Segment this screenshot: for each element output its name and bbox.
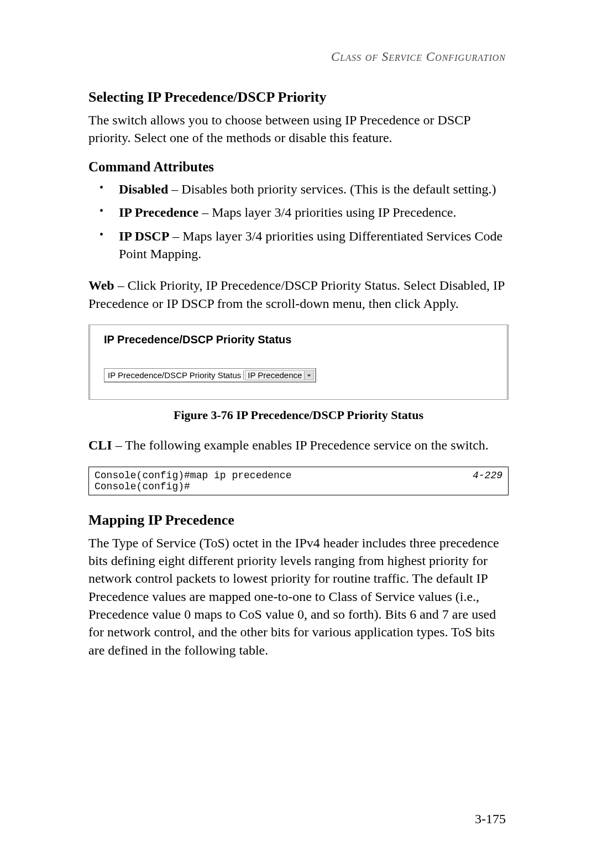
figure-screenshot: IP Precedence/DSCP Priority Status IP Pr…	[88, 325, 509, 400]
cli-reference: 4-229	[473, 470, 502, 492]
attr-term: IP Precedence	[119, 205, 198, 219]
attr-term: IP DSCP	[119, 229, 169, 243]
list-item: IP DSCP – Maps layer 3/4 priorities usin…	[88, 227, 509, 263]
command-attributes-heading: Command Attributes	[88, 159, 509, 175]
web-lead: Web	[88, 278, 114, 292]
section-title-mapping: Mapping IP Precedence	[88, 512, 509, 529]
dropdown-arrow-icon[interactable]	[304, 371, 313, 380]
list-item: IP Precedence – Maps layer 3/4 prioritie…	[88, 203, 509, 221]
section-title-selecting: Selecting IP Precedence/DSCP Priority	[88, 89, 509, 106]
page-number: 3-175	[475, 812, 506, 827]
select-value: IP Precedence	[245, 370, 304, 380]
figure-caption: Figure 3-76 IP Precedence/DSCP Priority …	[88, 408, 509, 422]
attr-desc: – Maps layer 3/4 priorities using IP Pre…	[198, 205, 456, 219]
command-attributes-list: Disabled – Disables both priority servic…	[88, 180, 509, 263]
web-desc: – Click Priority, IP Precedence/DSCP Pri…	[88, 278, 504, 310]
panel-title: IP Precedence/DSCP Priority Status	[104, 333, 493, 346]
section-intro: The switch allows you to choose between …	[88, 111, 509, 147]
cli-example: Console(config)#map ip precedence Consol…	[88, 467, 509, 495]
attr-desc: – Disables both priority services. (This…	[168, 182, 496, 196]
svg-marker-0	[307, 374, 311, 377]
list-item: Disabled – Disables both priority servic…	[88, 180, 509, 198]
attr-desc: – Maps layer 3/4 priorities using Differ…	[119, 229, 502, 261]
cli-desc: – The following example enables IP Prece…	[112, 438, 489, 452]
attr-term: Disabled	[119, 182, 168, 196]
form-label: IP Precedence/DSCP Priority Status	[106, 370, 244, 380]
running-header: Class of Service Configuration	[88, 50, 509, 64]
form-row: IP Precedence/DSCP Priority Status IP Pr…	[104, 368, 316, 383]
section-body-mapping: The Type of Service (ToS) octet in the I…	[88, 534, 509, 660]
cli-instructions: CLI – The following example enables IP P…	[88, 436, 509, 454]
cli-lead: CLI	[88, 438, 112, 452]
web-instructions: Web – Click Priority, IP Precedence/DSCP…	[88, 276, 509, 312]
cli-lines: Console(config)#map ip precedence Consol…	[95, 470, 291, 492]
priority-status-select[interactable]: IP Precedence	[245, 370, 314, 380]
